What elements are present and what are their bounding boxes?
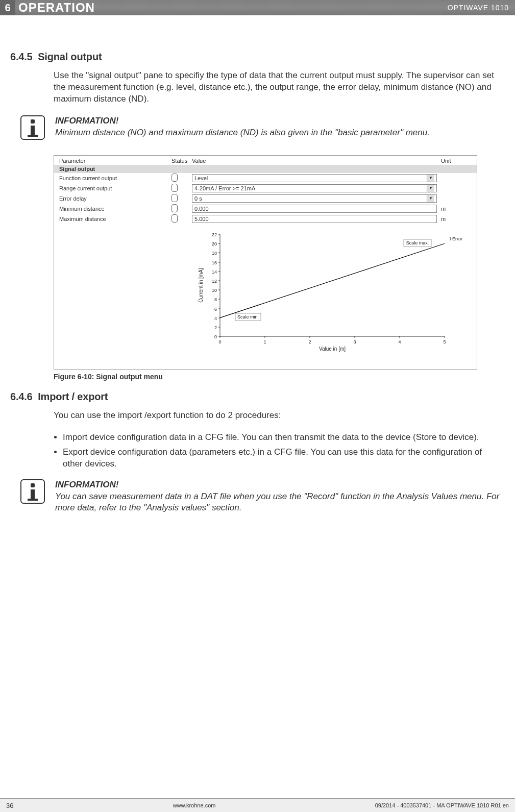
error-delay-select[interactable]: 0 s▼ bbox=[192, 194, 437, 203]
chapter-number: 6 bbox=[0, 0, 15, 15]
footer-url: www.krohne.com bbox=[173, 802, 216, 808]
status-icon bbox=[171, 184, 178, 192]
section-title: Import / export bbox=[38, 391, 108, 402]
section-title: Signal output bbox=[38, 51, 102, 62]
svg-text:16: 16 bbox=[212, 260, 217, 265]
page-content: 6.4.5 Signal output Use the "signal outp… bbox=[0, 15, 515, 514]
unit-cell: m bbox=[437, 216, 472, 222]
table-row: Maximum distance 5.000 m bbox=[54, 214, 477, 224]
table-row: Range current output 4-20mA / Error >= 2… bbox=[54, 183, 477, 193]
max-distance-input[interactable]: 5.000 bbox=[192, 215, 437, 223]
col-header-unit: Unit bbox=[441, 158, 472, 164]
bullet-list: Import device configuration data in a CF… bbox=[54, 432, 484, 470]
page-header: 6 OPERATION OPTIWAVE 1010 bbox=[0, 0, 515, 15]
table-row: Minimum distance 0.000 m bbox=[54, 204, 477, 214]
info-text: INFORMATION! Minimum distance (NO) and m… bbox=[55, 115, 500, 139]
list-item: Import device configuration data in a CF… bbox=[63, 432, 484, 444]
status-cell bbox=[171, 214, 192, 224]
select-value: 0 s bbox=[194, 195, 202, 202]
svg-text:18: 18 bbox=[212, 251, 217, 256]
unit-cell: m bbox=[437, 206, 472, 212]
svg-text:2: 2 bbox=[308, 339, 311, 345]
chevron-down-icon: ▼ bbox=[427, 185, 434, 192]
page-footer: 36 www.krohne.com 09/2014 - 4003537401 -… bbox=[0, 798, 515, 812]
svg-text:4: 4 bbox=[214, 316, 217, 321]
svg-text:20: 20 bbox=[212, 241, 217, 247]
section1-paragraph: Use the "signal output" pane to specifiy… bbox=[54, 70, 500, 105]
table-row: Function current output Level▼ bbox=[54, 173, 477, 183]
screenshot-container: Parameter Status Value Unit Signal outpu… bbox=[54, 155, 477, 370]
function-select[interactable]: Level▼ bbox=[192, 174, 437, 182]
section-num: 6.4.5 bbox=[10, 51, 32, 62]
range-select[interactable]: 4-20mA / Error >= 21mA▼ bbox=[192, 184, 437, 192]
status-cell bbox=[171, 204, 192, 213]
table-row: Error delay 0 s▼ bbox=[54, 193, 477, 204]
select-value: Level bbox=[194, 175, 208, 182]
section-num: 6.4.6 bbox=[10, 391, 32, 402]
svg-line-38 bbox=[220, 243, 445, 317]
svg-text:22: 22 bbox=[212, 232, 217, 237]
input-value: 5.000 bbox=[194, 215, 209, 223]
svg-text:4: 4 bbox=[398, 339, 401, 345]
status-cell bbox=[171, 194, 192, 203]
y-axis-label: Current in [mA] bbox=[198, 268, 204, 302]
info-block-1: INFORMATION! Minimum distance (NO) and m… bbox=[20, 115, 500, 140]
footer-docref: 09/2014 - 4003537401 - MA OPTIWAVE 1010 … bbox=[375, 802, 509, 808]
svg-text:12: 12 bbox=[212, 279, 217, 284]
section-heading-1: 6.4.5 Signal output bbox=[10, 51, 500, 63]
figure-caption: Figure 6-10: Signal output menu bbox=[54, 373, 500, 381]
svg-text:6: 6 bbox=[214, 307, 217, 312]
table-header-row: Parameter Status Value Unit bbox=[54, 156, 477, 165]
param-label: Function current output bbox=[59, 175, 171, 181]
status-icon bbox=[171, 204, 178, 212]
param-label: Minimum distance bbox=[59, 206, 171, 212]
svg-text:0: 0 bbox=[214, 334, 217, 339]
signal-output-pane: Parameter Status Value Unit Signal outpu… bbox=[54, 155, 477, 370]
info-body: Minimum distance (NO) and maximum distan… bbox=[55, 127, 500, 139]
status-icon bbox=[171, 214, 178, 223]
chevron-down-icon: ▼ bbox=[427, 195, 434, 202]
status-icon bbox=[171, 194, 178, 202]
info-icon bbox=[20, 115, 45, 140]
svg-text:8: 8 bbox=[214, 297, 217, 302]
svg-text:2: 2 bbox=[214, 325, 217, 330]
status-icon bbox=[171, 174, 178, 182]
svg-text:0: 0 bbox=[218, 339, 221, 345]
param-label: Error delay bbox=[59, 195, 171, 202]
status-cell bbox=[171, 184, 192, 193]
param-label: Maximum distance bbox=[59, 216, 171, 222]
info-title: INFORMATION! bbox=[55, 115, 500, 127]
svg-text:14: 14 bbox=[212, 269, 217, 275]
input-value: 0.000 bbox=[194, 205, 209, 212]
svg-text:1: 1 bbox=[263, 339, 266, 345]
col-header-status: Status bbox=[171, 158, 192, 164]
info-icon bbox=[20, 479, 45, 504]
svg-text:5: 5 bbox=[443, 339, 446, 345]
product-name: OPTIWAVE 1010 bbox=[448, 4, 509, 12]
select-value: 4-20mA / Error >= 21mA bbox=[194, 185, 255, 192]
svg-text:3: 3 bbox=[353, 339, 356, 345]
scale-min-label: Scale min. bbox=[237, 314, 259, 319]
list-item: Export device configuration data (parame… bbox=[63, 447, 484, 470]
x-axis-label: Value in [m] bbox=[319, 346, 346, 352]
chapter-title: OPERATION bbox=[18, 1, 448, 15]
section-heading-2: 6.4.6 Import / export bbox=[10, 391, 500, 403]
param-label: Range current output bbox=[59, 185, 171, 191]
status-cell bbox=[171, 174, 192, 183]
info-title: INFORMATION! bbox=[55, 479, 500, 491]
page-number: 36 bbox=[6, 802, 13, 809]
col-header-parameter: Parameter bbox=[59, 158, 171, 164]
output-chart: 0 2 4 6 8 10 12 14 16 18 20 22 bbox=[197, 229, 473, 352]
min-distance-input[interactable]: 0.000 bbox=[192, 205, 437, 213]
svg-text:10: 10 bbox=[212, 288, 217, 293]
scale-max-label: Scale max. bbox=[406, 240, 429, 245]
table-section-label: Signal output bbox=[54, 165, 477, 173]
col-header-value: Value bbox=[192, 158, 441, 164]
section2-paragraph: You can use the import /export function … bbox=[54, 410, 500, 422]
info-body: You can save measurement data in a DAT f… bbox=[55, 491, 500, 514]
info-block-2: INFORMATION! You can save measurement da… bbox=[20, 479, 500, 514]
chevron-down-icon: ▼ bbox=[427, 175, 434, 182]
i-error-label: I Error bbox=[450, 236, 462, 241]
info-text: INFORMATION! You can save measurement da… bbox=[55, 479, 500, 514]
